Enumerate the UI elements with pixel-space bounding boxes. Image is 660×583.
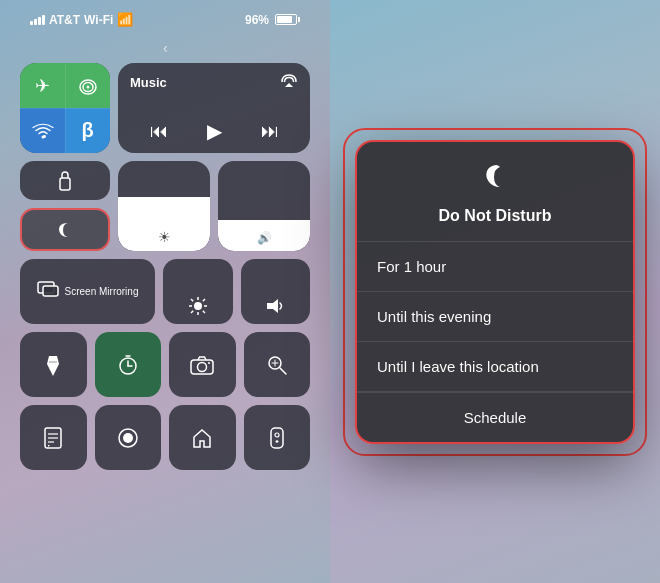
dnd-for-1-hour[interactable]: For 1 hour [357,242,633,292]
svg-line-14 [203,299,205,301]
timer-button[interactable] [95,332,162,397]
dnd-header: Do Not Disturb [357,142,633,242]
camera-button[interactable] [169,332,236,397]
svg-point-7 [194,302,202,310]
svg-line-12 [191,299,193,301]
svg-rect-36 [271,428,283,448]
dnd-title: Do Not Disturb [439,207,552,225]
magnifier-button[interactable] [244,332,311,397]
bluetooth-button[interactable]: β [65,108,110,153]
screen-mirror-icon [37,281,59,302]
left-panel: AT&T Wi-Fi 📶 96% › ✈ [0,0,330,583]
next-button[interactable]: ⏭ [261,121,279,142]
svg-rect-6 [43,286,58,296]
signal-bar-1 [30,21,33,25]
flashlight-button[interactable] [20,332,87,397]
sliders-group: ☀ 🔊 [118,161,310,251]
dnd-menu: Do Not Disturb For 1 hour Until this eve… [355,140,635,444]
signal-bar-2 [34,19,37,25]
svg-point-24 [198,362,207,371]
screen-mirroring-label: Screen Mirroring [65,286,139,297]
svg-rect-4 [60,178,70,190]
dnd-until-evening[interactable]: Until this evening [357,292,633,342]
dnd-until-leave[interactable]: Until I leave this location [357,342,633,392]
svg-line-27 [280,368,286,374]
control-center-grid: ✈ β [20,63,310,470]
music-player: Music ⏮ ▶ ⏭ [118,63,310,153]
svg-line-15 [191,311,193,313]
signal-bars [30,15,45,25]
battery-icon [275,14,300,25]
bottom-tiles-row [20,405,310,470]
brightness-slider[interactable]: ☀ [118,161,210,251]
record-button[interactable] [95,405,162,470]
brightness-vertical-control[interactable] [163,259,233,324]
volume-icon: 🔊 [257,231,272,245]
svg-line-13 [203,311,205,313]
svg-point-2 [86,85,89,88]
wifi-label: Wi-Fi [84,13,113,27]
volume-vertical-control[interactable] [241,259,311,324]
svg-marker-17 [47,356,59,376]
right-panel: Do Not Disturb For 1 hour Until this eve… [330,0,660,583]
signal-bar-3 [38,17,41,25]
svg-point-25 [208,362,210,364]
dnd-outline: Do Not Disturb For 1 hour Until this eve… [343,128,647,456]
status-left: AT&T Wi-Fi 📶 [30,12,133,27]
status-right: 96% [245,13,300,27]
notes-button[interactable] [20,405,87,470]
row-3: Screen Mirroring [20,259,310,324]
connectivity-box: ✈ β [20,63,110,153]
music-controls: ⏮ ▶ ⏭ [130,119,298,143]
middle-row: ☀ 🔊 [20,161,310,251]
svg-point-3 [41,135,44,138]
airplay-icon[interactable] [280,73,298,91]
svg-point-35 [123,433,133,443]
music-title: Music [130,75,167,90]
wifi-button[interactable] [20,108,65,153]
brightness-icon: ☀ [158,229,171,245]
middle-left [20,161,110,251]
play-button[interactable]: ▶ [207,119,222,143]
home-button[interactable] [169,405,236,470]
top-row: ✈ β [20,63,310,153]
screen-mirroring-button[interactable]: Screen Mirroring [20,259,155,324]
orientation-lock-button[interactable] [20,161,110,200]
do-not-disturb-button[interactable] [20,208,110,251]
dnd-schedule-button[interactable]: Schedule [357,393,633,442]
volume-slider[interactable]: 🔊 [218,161,310,251]
battery-pct: 96% [245,13,269,27]
signal-bar-4 [42,15,45,25]
status-bar: AT&T Wi-Fi 📶 96% [20,0,310,35]
remote-button[interactable] [244,405,311,470]
cellular-button[interactable] [65,63,110,108]
svg-point-37 [275,433,279,437]
prev-button[interactable]: ⏮ [150,121,168,142]
svg-marker-16 [267,299,278,313]
airplane-mode-button[interactable]: ✈ [20,63,65,108]
small-tiles-row [20,332,310,397]
carrier-label: AT&T [49,13,80,27]
dnd-moon-icon [480,162,510,199]
chevron-down-icon[interactable]: › [163,35,168,63]
wifi-icon: 📶 [117,12,133,27]
